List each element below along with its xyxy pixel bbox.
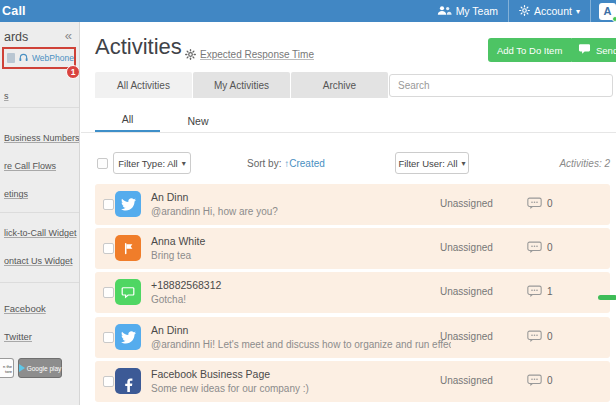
expected-response-time-link[interactable]: Expected Response Time — [185, 49, 314, 60]
sidebar-item-business-numbers[interactable]: Business Numbers — [4, 133, 80, 143]
webphone-label: WebPhone — [32, 53, 74, 63]
row-title: An Dinn — [151, 323, 451, 338]
sidebar: ards « WebPhone 1 s Business Numbers re … — [0, 22, 80, 405]
row-title: Anna White — [151, 234, 205, 249]
green-indicator-dash — [598, 295, 616, 300]
my-team-button[interactable]: My Team — [427, 0, 508, 22]
subtab-all[interactable]: All — [95, 108, 160, 133]
row-title: +18882568312 — [151, 278, 221, 293]
tab-all-activities[interactable]: All Activities — [95, 72, 192, 98]
assignee-label[interactable]: Unassigned — [440, 286, 493, 297]
filter-user-dropdown[interactable]: Filter User: All ▾ — [395, 152, 469, 174]
account-menu-button[interactable]: Account ▾ — [509, 0, 590, 22]
sidebar-item-click-to-call-widget[interactable]: lick-to-Call Widget — [4, 228, 77, 238]
online-status-dot — [612, 16, 616, 22]
filter-type-dropdown[interactable]: Filter Type: All ▾ — [113, 152, 191, 174]
truncated-icon — [7, 53, 15, 63]
app-store-badge[interactable]: n the tore — [0, 358, 14, 378]
twitter-icon — [115, 191, 141, 217]
comment-icon — [527, 330, 542, 343]
activities-count: Activities: 2 — [559, 158, 610, 169]
assignee-label[interactable]: Unassigned — [440, 242, 493, 253]
user-avatar[interactable]: A — [599, 3, 616, 20]
mightycall-app: Call My Team Account ▾ A — [0, 0, 616, 405]
assignee-label[interactable]: Unassigned — [440, 331, 493, 342]
team-people-icon — [437, 5, 452, 18]
google-play-icon — [19, 364, 25, 372]
activity-row[interactable]: Facebook Business Page Some new ideas fo… — [95, 361, 610, 402]
assignee-label[interactable]: Unassigned — [440, 198, 493, 209]
row-subtitle: @arandinn Hi! Let's meet and discuss how… — [151, 338, 451, 352]
headset-icon — [18, 49, 29, 67]
twitter-icon — [115, 324, 141, 350]
activity-row[interactable]: An Dinn @arandinn Hi, how are you? Unass… — [95, 184, 610, 225]
row-checkbox[interactable] — [103, 287, 114, 298]
comment-icon — [527, 197, 542, 210]
activity-row[interactable]: +18882568312 Gotcha! Unassigned 1 — [95, 272, 610, 313]
row-checkbox[interactable] — [103, 199, 114, 210]
row-checkbox[interactable] — [103, 243, 114, 254]
sidebar-heading: ards — [4, 30, 28, 44]
sidebar-item-call-flows[interactable]: re Call Flows — [4, 161, 56, 171]
assignee-label[interactable]: Unassigned — [440, 375, 493, 386]
comments-count[interactable]: 0 — [527, 374, 553, 387]
activity-row[interactable]: An Dinn @arandinn Hi! Let's meet and dis… — [95, 317, 610, 358]
sort-by-control[interactable]: Sort by: ↑Created — [247, 158, 325, 169]
brand-logo[interactable]: Call — [0, 4, 26, 18]
row-text: An Dinn @arandinn Hi! Let's meet and dis… — [151, 323, 451, 352]
comments-count[interactable]: 1 — [527, 285, 553, 298]
tab-my-activities[interactable]: My Activities — [193, 72, 290, 98]
subtab-divider — [81, 132, 616, 133]
add-todo-button[interactable]: Add To Do Item — [488, 45, 571, 56]
facebook-icon — [115, 368, 141, 394]
account-label: Account — [534, 5, 572, 17]
main-content: Activities Expected Response Time Add To… — [81, 22, 616, 405]
row-subtitle: Some new ideas for our company :) — [151, 382, 309, 396]
webphone-button[interactable]: WebPhone — [2, 47, 76, 69]
comments-count[interactable]: 0 — [527, 330, 553, 343]
sidebar-divider — [0, 282, 80, 283]
todo-flag-icon — [115, 235, 141, 261]
sort-value-link[interactable]: Created — [289, 158, 325, 169]
topbar: Call My Team Account ▾ A — [0, 0, 616, 22]
gear-icon — [185, 49, 196, 60]
activity-row[interactable]: Anna White Bring tea Unassigned 0 — [95, 228, 610, 269]
sidebar-item-twitter[interactable]: Twitter — [4, 331, 32, 342]
comment-icon — [527, 374, 542, 387]
sidebar-item-contact-us-widget[interactable]: ontact Us Widget — [4, 256, 73, 266]
sidebar-item-partial[interactable]: s — [4, 91, 9, 101]
row-text: An Dinn @arandinn Hi, how are you? — [151, 190, 278, 219]
row-title: An Dinn — [151, 190, 278, 205]
subtab-new[interactable]: New — [178, 108, 218, 133]
chevron-down-icon: ▾ — [462, 159, 466, 168]
select-all-checkbox[interactable] — [97, 158, 108, 169]
row-checkbox[interactable] — [103, 332, 114, 343]
row-text: Facebook Business Page Some new ideas fo… — [151, 367, 309, 396]
collapse-sidebar-icon[interactable]: « — [65, 28, 72, 43]
sidebar-item-greetings[interactable]: etings — [4, 189, 28, 199]
avatar-letter: A — [604, 5, 612, 17]
comment-icon — [527, 241, 542, 254]
row-subtitle: Bring tea — [151, 249, 205, 263]
comments-count[interactable]: 0 — [527, 197, 553, 210]
sidebar-item-facebook[interactable]: Facebook — [4, 303, 46, 314]
expected-response-time-label: Expected Response Time — [200, 49, 314, 60]
tab-archive[interactable]: Archive — [291, 72, 388, 98]
row-checkbox[interactable] — [103, 376, 114, 387]
sms-bubble-icon — [115, 279, 141, 305]
send-text-button[interactable]: Send t — [570, 38, 616, 62]
sort-by-label: Sort by: — [247, 158, 281, 169]
row-text: Anna White Bring tea — [151, 234, 205, 263]
comment-icon — [527, 285, 542, 298]
google-play-badge[interactable]: Google play — [18, 358, 62, 378]
gear-icon — [519, 5, 530, 18]
my-team-label: My Team — [456, 5, 498, 17]
comments-count[interactable]: 0 — [527, 241, 553, 254]
topbar-right: My Team Account ▾ A — [427, 0, 616, 22]
row-subtitle: Gotcha! — [151, 293, 221, 307]
search-input[interactable] — [389, 74, 613, 97]
row-text: +18882568312 Gotcha! — [151, 278, 221, 307]
send-label: Send t — [596, 45, 616, 56]
sidebar-divider — [0, 107, 80, 108]
page-title: Activities — [95, 34, 182, 60]
